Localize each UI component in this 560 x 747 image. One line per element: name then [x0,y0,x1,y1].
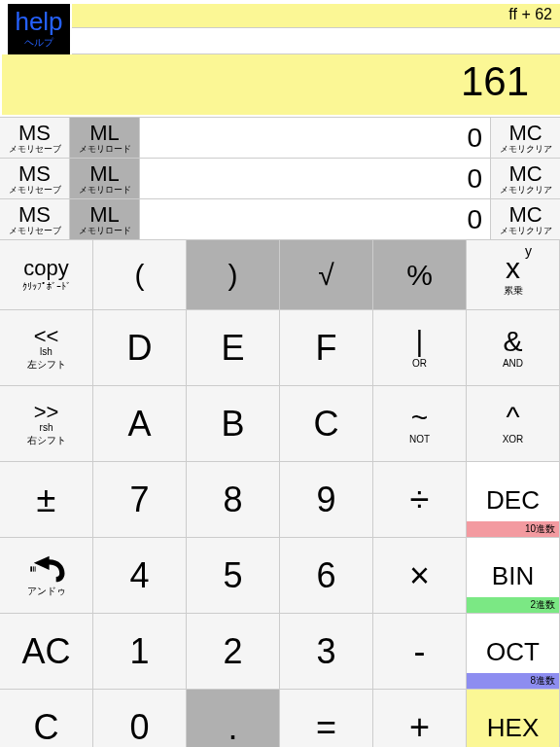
oct-mode-button[interactable]: OCT8進数 [467,614,560,690]
power-button[interactable]: xy累乗 [467,240,560,310]
plus-button[interactable]: + [373,690,467,747]
all-clear-button[interactable]: AC [0,614,93,690]
key-d[interactable]: D [93,310,187,386]
svg-rect-2 [34,566,35,571]
key-e[interactable]: E [187,310,280,386]
divide-button[interactable]: ÷ [373,462,467,538]
key-9[interactable]: 9 [280,462,373,538]
minus-button[interactable]: - [373,614,467,690]
key-a[interactable]: A [93,386,187,462]
or-button[interactable]: |OR [373,310,467,386]
memory-clear-button[interactable]: MCメモリクリア [490,159,560,198]
memory-save-button[interactable]: MSメモリセーブ [0,199,70,239]
memory-load-button[interactable]: MLメモリロード [70,159,140,198]
dec-tag: 10進数 [467,521,559,537]
sqrt-button[interactable]: √ [280,240,373,310]
secondary-display [72,27,560,54]
undo-icon [25,554,68,584]
memory-row: MSメモリセーブ MLメモリロード 0 MCメモリクリア [0,117,560,158]
memory-area: MSメモリセーブ MLメモリロード 0 MCメモリクリア MSメモリセーブ ML… [0,117,560,239]
bin-mode-button[interactable]: BIN2進数 [467,538,560,614]
memory-save-button[interactable]: MSメモリセーブ [0,159,70,198]
bin-tag: 2進数 [467,597,559,613]
memory-clear-button[interactable]: MCメモリクリア [490,199,560,239]
key-7[interactable]: 7 [93,462,187,538]
key-8[interactable]: 8 [187,462,280,538]
keypad-grid: copyｸﾘｯﾌﾟﾎﾞｰﾄﾞ ( ) √ % xy累乗 <<lsh左シフト D … [0,239,560,747]
key-2[interactable]: 2 [187,614,280,690]
decimal-point-button[interactable]: . [187,690,280,747]
key-b[interactable]: B [187,386,280,462]
percent-button[interactable]: % [373,240,467,310]
memory-load-button[interactable]: MLメモリロード [70,199,140,239]
memory-value: 0 [140,199,490,239]
equals-button[interactable]: = [280,690,373,747]
result-display: 161 [2,54,560,115]
multiply-button[interactable]: × [373,538,467,614]
key-6[interactable]: 6 [280,538,373,614]
memory-save-button[interactable]: MSメモリセーブ [0,118,70,158]
memory-value: 0 [140,159,490,198]
memory-row: MSメモリセーブ MLメモリロード 0 MCメモリクリア [0,158,560,198]
key-0[interactable]: 0 [93,690,187,747]
expression-display: ff + 62 [72,4,560,27]
help-sublabel: ヘルプ [8,36,70,50]
memory-value: 0 [140,118,490,158]
oct-tag: 8進数 [467,673,559,689]
key-3[interactable]: 3 [280,614,373,690]
svg-rect-1 [32,566,33,571]
rshift-button[interactable]: >>rsh右シフト [0,386,93,462]
not-button[interactable]: ~NOT [373,386,467,462]
memory-clear-button[interactable]: MCメモリクリア [490,118,560,158]
dec-mode-button[interactable]: DEC10進数 [467,462,560,538]
key-1[interactable]: 1 [93,614,187,690]
memory-row: MSメモリセーブ MLメモリロード 0 MCメモリクリア [0,198,560,239]
plus-minus-button[interactable]: ± [0,462,93,538]
copy-button[interactable]: copyｸﾘｯﾌﾟﾎﾞｰﾄﾞ [0,240,93,310]
clear-button[interactable]: C [0,690,93,747]
hex-mode-button[interactable]: HEX16進数 [467,690,560,747]
undo-button[interactable]: アンドゥ [0,538,93,614]
key-c-hex[interactable]: C [280,386,373,462]
svg-rect-0 [30,566,32,571]
lparen-button[interactable]: ( [93,240,187,310]
key-5[interactable]: 5 [187,538,280,614]
xor-button[interactable]: ^XOR [467,386,560,462]
lshift-button[interactable]: <<lsh左シフト [0,310,93,386]
key-4[interactable]: 4 [93,538,187,614]
key-f[interactable]: F [280,310,373,386]
rparen-button[interactable]: ) [187,240,280,310]
memory-load-button[interactable]: MLメモリロード [70,118,140,158]
help-button[interactable]: help ヘルプ [8,4,70,54]
and-button[interactable]: &AND [467,310,560,386]
help-label: help [8,9,70,34]
